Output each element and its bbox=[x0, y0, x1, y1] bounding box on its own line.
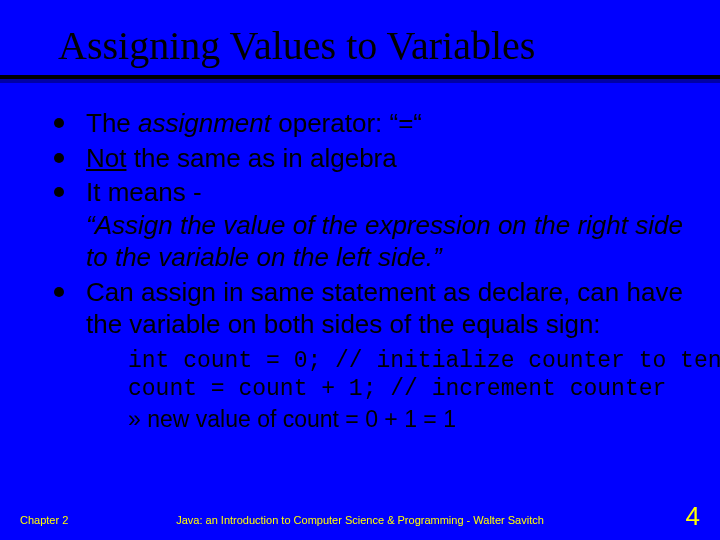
code-line: int count = 0; // initialize counter to … bbox=[128, 348, 720, 374]
bullet-text: Can assign in same statement as declare,… bbox=[86, 276, 696, 341]
bullet-icon bbox=[54, 153, 64, 163]
text-run: The bbox=[86, 108, 138, 138]
bullet-list: The assignment operator: “=“ Not the sam… bbox=[54, 107, 696, 341]
title-underline bbox=[0, 75, 720, 79]
bullet-text: It means - “Assign the value of the expr… bbox=[86, 176, 696, 274]
bullet-text: Not the same as in algebra bbox=[86, 142, 696, 175]
text-run: operator: “=“ bbox=[271, 108, 422, 138]
bullet-icon bbox=[54, 187, 64, 197]
bullet-item: Not the same as in algebra bbox=[54, 142, 696, 175]
text-underline: Not bbox=[86, 143, 126, 173]
code-line: count = count + 1; // increment counter bbox=[128, 376, 666, 402]
page-number: 4 bbox=[686, 501, 700, 532]
bullet-icon bbox=[54, 287, 64, 297]
bullet-item: Can assign in same statement as declare,… bbox=[54, 276, 696, 341]
bullet-item: The assignment operator: “=“ bbox=[54, 107, 696, 140]
bullet-item: It means - “Assign the value of the expr… bbox=[54, 176, 696, 274]
sub-note: » new value of count = 0 + 1 = 1 bbox=[128, 406, 696, 433]
text-run: It means - bbox=[86, 177, 202, 207]
text-quote: “Assign the value of the expression on t… bbox=[86, 210, 683, 273]
text-run: the same as in algebra bbox=[126, 143, 396, 173]
slide-title: Assigning Values to Variables bbox=[0, 0, 720, 69]
text-emphasis: assignment bbox=[138, 108, 271, 138]
content-area: The assignment operator: “=“ Not the sam… bbox=[0, 83, 720, 433]
slide: Assigning Values to Variables The assign… bbox=[0, 0, 720, 540]
footer-chapter: Chapter 2 bbox=[20, 514, 68, 526]
bullet-icon bbox=[54, 118, 64, 128]
code-block: int count = 0; // initialize counter to … bbox=[128, 347, 696, 405]
footer-attribution: Java: an Introduction to Computer Scienc… bbox=[176, 514, 544, 526]
bullet-text: The assignment operator: “=“ bbox=[86, 107, 696, 140]
